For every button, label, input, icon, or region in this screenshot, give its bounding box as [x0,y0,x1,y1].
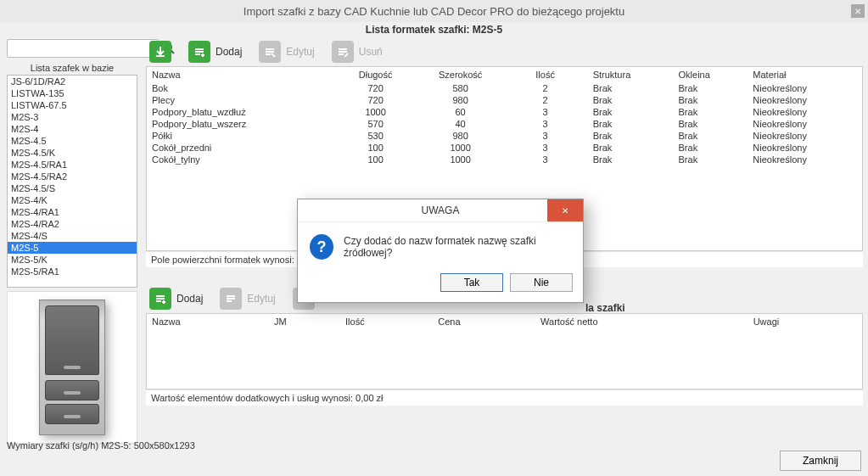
extras-table[interactable]: NazwaJMIlośćCenaWartość nettoUwagi [146,313,863,389]
list-item[interactable]: M2S-4.5/RA1 [8,159,137,171]
svg-rect-12 [156,295,165,297]
section2-title-fragment: la szafki [585,302,625,314]
list-item[interactable]: LISTWA-135 [8,87,137,99]
table-row[interactable]: Cokół_tylny10010003BrakBrakNieokreślony [147,154,862,165]
list-item[interactable]: M2S-4.5/K [8,147,137,159]
cabinet-preview [7,291,137,444]
svg-rect-10 [339,53,344,55]
col-header[interactable]: Ilość [340,314,433,329]
list-item[interactable]: M2S-4/RA2 [8,218,137,230]
dialog-message: Czy dodać do nazw formatek nazwę szafki … [344,235,571,259]
list-item[interactable]: M2S-3 [8,111,137,123]
col-header[interactable]: Nazwa [147,67,333,82]
col-header[interactable]: Długość [333,67,418,82]
svg-line-11 [344,53,348,57]
col-header[interactable]: Materiał [748,67,862,82]
list-item[interactable]: M2S-4 [8,123,137,135]
table-row[interactable]: Podpory_blatu_wszerz570403BrakBrakNieokr… [147,118,862,130]
svg-rect-2 [195,48,204,50]
list-item[interactable]: LISTWA-67.5 [8,99,137,111]
add-label: Dodaj [216,46,242,58]
remove-label: Usuń [359,46,383,58]
dimensions-label: Wymiary szafki (s/g/h) M2S-5: 500x580x12… [7,440,195,451]
list-item[interactable]: M2S-5/RA1 [8,266,137,277]
question-icon: ? [310,234,333,260]
svg-rect-9 [339,51,347,53]
no-button[interactable]: Nie [510,273,573,292]
edit-label: Edytuj [286,46,314,58]
svg-rect-15 [227,295,235,297]
list-item[interactable]: M2S-5 [8,242,137,254]
svg-rect-7 [266,53,271,55]
col-header[interactable]: JM [269,314,340,329]
svg-rect-4 [195,53,200,55]
dialog-title: UWAGA [422,204,460,216]
yes-button[interactable]: Tak [440,273,503,292]
close-button[interactable]: Zamknij [780,451,861,471]
remove-button: Usuń [332,41,383,63]
add-label-2: Dodaj [176,293,203,305]
extras-status: Wartość elementów dodatkowych i usług wy… [146,389,863,406]
list-item[interactable]: M2S-5/K [8,254,137,266]
cabinet-list[interactable]: JS-6/1D/RA2LISTWA-135LISTWA-67.5M2S-3M2S… [7,75,137,288]
edit-button-2: Edytuj [220,288,275,310]
col-header[interactable]: Cena [433,314,535,329]
window-title: Import szafki z bazy CAD Kuchnie lub CAD… [244,5,624,18]
download-button[interactable] [149,41,171,63]
close-icon[interactable]: ✕ [851,4,865,18]
col-header[interactable]: Okleina [674,67,748,82]
col-header[interactable]: Wartość netto [535,314,748,329]
table-row[interactable]: Plecy7209802BrakBrakNieokreślony [147,94,862,106]
svg-rect-8 [339,48,347,50]
svg-rect-5 [266,48,274,50]
svg-rect-13 [156,298,165,300]
table-row[interactable]: Półki5309803BrakBrakNieokreślony [147,130,862,142]
search-input[interactable] [7,39,159,58]
list-item[interactable]: M2S-4/RA1 [8,206,137,218]
svg-rect-17 [227,300,232,302]
col-header[interactable]: Ilość [503,67,588,82]
table-row[interactable]: Cokół_przedni10010003BrakBrakNieokreślon… [147,142,862,154]
list-item[interactable]: JS-6/1D/RA2 [8,76,137,87]
edit-label-2: Edytuj [247,293,275,305]
col-header[interactable]: Struktura [588,67,674,82]
confirm-dialog: UWAGA ✕ ? Czy dodać do nazw formatek naz… [297,199,584,303]
add-button-2[interactable]: Dodaj [149,288,203,310]
col-header[interactable]: Uwagi [748,314,862,329]
list-item[interactable]: M2S-4.5/S [8,182,137,194]
svg-rect-3 [195,51,204,53]
col-header[interactable]: Nazwa [147,314,269,329]
list-item[interactable]: M2S-4.5/RA2 [8,171,137,182]
list-item[interactable]: M2S-4/S [8,230,137,242]
subheader: Lista formatek szafki: M2S-5 [0,22,868,37]
svg-rect-16 [227,298,235,300]
table-row[interactable]: Bok7205802BrakBrakNieokreślony [147,82,862,94]
list-item[interactable]: M2S-4.5 [8,135,137,147]
add-button[interactable]: Dodaj [188,41,242,63]
edit-button: Edytuj [259,41,314,63]
table-row[interactable]: Podpory_blatu_wzdłuż1000603BrakBrakNieok… [147,106,862,118]
dialog-close-icon[interactable]: ✕ [547,199,583,221]
left-title: Lista szafek w bazie [7,61,137,75]
col-header[interactable]: Szerokość [418,67,503,82]
svg-rect-6 [266,51,274,53]
list-item[interactable]: M2S-4/K [8,194,137,206]
svg-rect-14 [156,300,161,302]
